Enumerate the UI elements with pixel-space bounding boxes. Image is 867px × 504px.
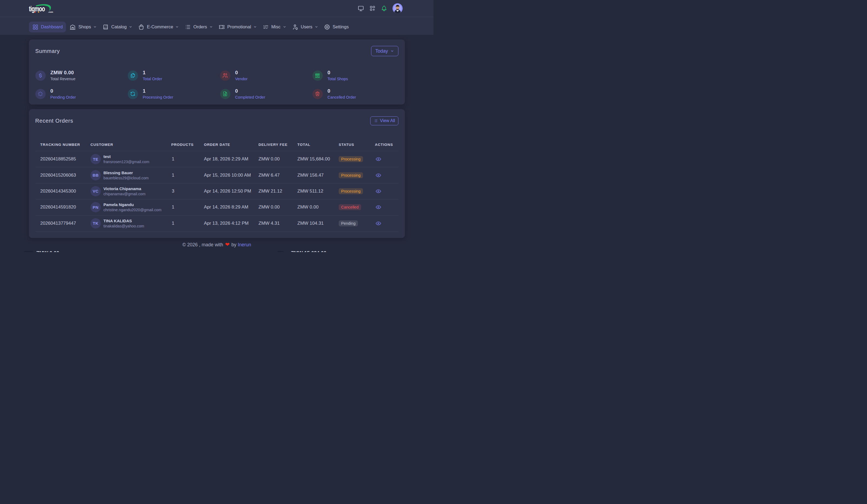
column-header-tracking-number[interactable]: Tracking Number bbox=[40, 143, 90, 147]
nav-item[interactable]: Catalog bbox=[103, 22, 132, 32]
chevron-down-icon bbox=[390, 49, 394, 53]
stat-label[interactable]: Processing Order bbox=[143, 95, 173, 100]
order-date: Apr 15, 2026 10:00 AM bbox=[204, 173, 258, 178]
stat-value: 1 bbox=[143, 70, 162, 76]
avatar[interactable] bbox=[393, 3, 403, 13]
customer-email: tinakalidas@yahoo.com bbox=[104, 224, 144, 228]
order-tracking-number: 20260414591820 bbox=[40, 204, 90, 210]
stat-icon bbox=[35, 71, 46, 81]
customer-name: TINA KALIDAS bbox=[104, 218, 144, 223]
stat-text: ZMW 0.00 Total Revenue bbox=[51, 70, 76, 81]
stat-label[interactable]: Cancelled Order bbox=[328, 95, 356, 100]
customer-text: TINA KALIDAS tinakalidas@yahoo.com bbox=[104, 218, 144, 228]
stat-value: 0 bbox=[51, 88, 76, 94]
nav-item[interactable]: Orders bbox=[184, 22, 213, 32]
stat-value: ZMW 0.00 bbox=[51, 70, 76, 76]
order-delivery-fee: ZMW 0.00 bbox=[258, 157, 297, 162]
view-order-button[interactable] bbox=[375, 204, 381, 210]
stat-icon bbox=[312, 71, 323, 81]
view-order-button[interactable] bbox=[375, 172, 381, 178]
stat-icon bbox=[128, 89, 138, 99]
stat-text: 0 Completed Order bbox=[235, 88, 265, 100]
column-header-order-date[interactable]: Order Date bbox=[204, 143, 258, 147]
column-header-total[interactable]: Total bbox=[297, 143, 339, 147]
stat-label[interactable]: Total Order bbox=[143, 77, 162, 81]
column-header-status[interactable]: Status bbox=[339, 143, 375, 147]
customer-email: chipanamav@gmail.com bbox=[104, 192, 146, 196]
stat-label[interactable]: Completed Order bbox=[235, 95, 265, 100]
nav-item[interactable]: Users bbox=[292, 22, 318, 32]
customer-avatar: VC bbox=[90, 186, 101, 196]
nav-item[interactable]: Misc bbox=[263, 22, 286, 32]
column-header-delivery-fee[interactable]: Delivery Fee bbox=[258, 143, 297, 147]
avatar-photo bbox=[393, 3, 403, 13]
stat-label[interactable]: Vendor bbox=[235, 77, 248, 81]
column-header-products[interactable]: Products bbox=[171, 143, 204, 147]
order-total: ZMW 0.00 bbox=[297, 204, 339, 210]
period-select-label: Today bbox=[375, 49, 388, 54]
view-all-button[interactable]: View All bbox=[370, 116, 398, 125]
stat-label[interactable]: Pending Order bbox=[51, 95, 76, 100]
column-header-actions[interactable]: Actions bbox=[375, 143, 398, 147]
order-row: 20260413779447 TK TINA KALIDAS tinakalid… bbox=[35, 216, 398, 232]
stat-text: 0 Total Shops bbox=[328, 70, 348, 81]
nav-item-icon bbox=[218, 24, 225, 30]
order-row: 20260415206063 BB Blessing Bauer bauerbl… bbox=[35, 167, 398, 183]
stat-text: 0 Pending Order bbox=[51, 88, 76, 100]
order-tracking-number: 20260415206063 bbox=[40, 173, 90, 178]
summary-title: Summary bbox=[35, 48, 60, 54]
brand-logo[interactable]: tigmoo .com bbox=[29, 4, 53, 13]
stat-icon bbox=[220, 89, 231, 99]
view-order-button[interactable] bbox=[375, 188, 381, 194]
footer-credit-link[interactable]: Inerun bbox=[238, 242, 251, 247]
stat-label[interactable]: Total Revenue bbox=[51, 77, 76, 81]
nav-item[interactable]: Shops bbox=[69, 22, 97, 32]
order-tracking-number: 20260418852585 bbox=[40, 157, 90, 162]
nav-item[interactable]: Settings bbox=[324, 22, 349, 32]
nav-item-icon bbox=[263, 24, 269, 30]
customer-text: Victoria Chipanama chipanamav@gmail.com bbox=[104, 186, 146, 196]
notifications-button[interactable] bbox=[381, 5, 387, 12]
stat-value: 1 bbox=[143, 88, 173, 94]
orders-table-header: Tracking Number Customer Products Order … bbox=[35, 138, 398, 151]
status-badge: Cancelled bbox=[339, 204, 361, 210]
stat-text: 1 Processing Order bbox=[143, 88, 173, 100]
nav-item-icon bbox=[32, 24, 39, 30]
stat-item: 0 Cancelled Order bbox=[312, 88, 405, 100]
column-header-customer[interactable]: Customer bbox=[90, 143, 171, 147]
customer-avatar: PN bbox=[90, 202, 101, 212]
customer-avatar: BB bbox=[90, 170, 101, 180]
order-total: ZMW 156.47 bbox=[297, 173, 339, 178]
order-delivery-fee: ZMW 4.31 bbox=[258, 221, 297, 226]
app-grid-icon bbox=[369, 5, 376, 12]
topbar-actions bbox=[357, 3, 405, 13]
nav-item-label: Orders bbox=[193, 24, 207, 30]
order-products-count: 1 bbox=[171, 173, 204, 178]
order-products-count: 1 bbox=[171, 157, 204, 162]
view-order-button[interactable] bbox=[375, 221, 381, 226]
bell-icon bbox=[381, 5, 387, 12]
recent-orders-title: Recent Orders bbox=[35, 118, 73, 124]
below-fold-value-left: ZMW 0.00 bbox=[36, 250, 59, 252]
shortcuts-button[interactable] bbox=[369, 5, 376, 12]
order-row: 20260414345300 VC Victoria Chipanama chi… bbox=[35, 183, 398, 199]
logo-wordmark: tigmoo bbox=[29, 4, 45, 13]
topbar-container: tigmoo .com bbox=[29, 0, 405, 17]
below-fold-value-right: ZMW 15,684.00 bbox=[291, 250, 327, 252]
stat-text: 0 Cancelled Order bbox=[328, 88, 356, 100]
stat-value: 0 bbox=[328, 70, 348, 76]
view-order-button[interactable] bbox=[375, 156, 381, 162]
period-select-button[interactable]: Today bbox=[371, 46, 398, 56]
customer-name: Pamela Ngandu bbox=[104, 202, 161, 207]
summary-stats: ZMW 0.00 Total Revenue 1 Total Order bbox=[35, 70, 405, 100]
stat-item: 1 Total Order bbox=[128, 70, 220, 81]
display-mode-button[interactable] bbox=[357, 5, 364, 12]
top-app-bar: tigmoo .com bbox=[0, 0, 434, 17]
nav-item[interactable]: Dashboard bbox=[29, 22, 66, 32]
stat-label[interactable]: Total Shops bbox=[328, 77, 348, 81]
nav-item[interactable]: Promotional bbox=[218, 22, 257, 32]
nav-item[interactable]: E-Commerce bbox=[138, 22, 179, 32]
eye-icon bbox=[375, 204, 381, 210]
chevron-down-icon bbox=[283, 25, 286, 29]
order-date: Apr 14, 2026 12:50 PM bbox=[204, 189, 258, 194]
